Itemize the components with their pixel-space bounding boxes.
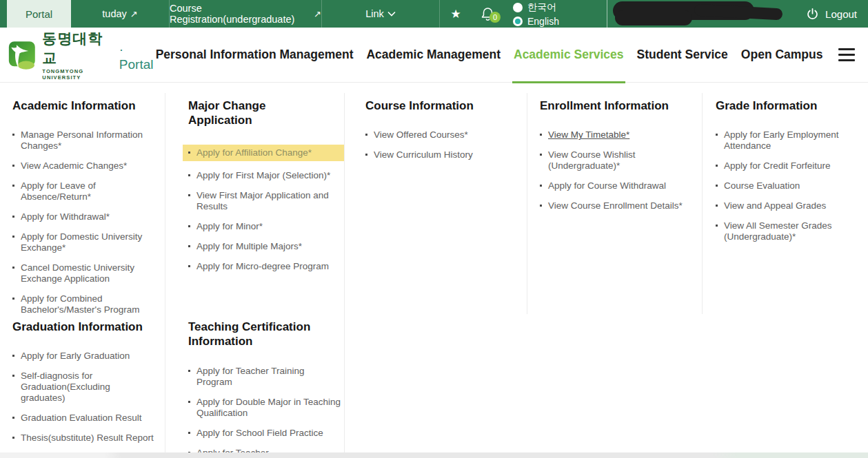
link-dropdown-label: Link (365, 8, 384, 19)
menu-item-apply-for-multiple-majors[interactable]: Apply for Multiple Majors* (188, 241, 344, 252)
bullet-icon (12, 165, 14, 167)
bullet-icon (12, 236, 14, 238)
notifications-bell-icon[interactable]: 0 (472, 0, 503, 28)
menu-item-course-evaluation[interactable]: Course Evaluation (716, 180, 868, 191)
menu-item-cancel-domestic-university-exchange-application[interactable]: Cancel Domestic University Exchange Appl… (12, 262, 165, 284)
menu-item-apply-for-leave-of-absence-return[interactable]: Apply for Leave of Absence/Return* (12, 180, 165, 202)
bullet-icon (188, 432, 190, 434)
menu-item-label: View Course Wishlist (Undergraduate)* (548, 149, 686, 171)
menu-item-view-offered-courses[interactable]: View Offered Courses* (365, 129, 527, 140)
menu-item-graduation-evaluation-result[interactable]: Graduation Evaluation Result (12, 413, 165, 424)
portal-suffix-label: · Portal (119, 42, 156, 81)
menu-item-apply-for-withdrawal[interactable]: Apply for Withdrawal* (12, 211, 165, 222)
bullet-icon (716, 134, 718, 136)
bullet-icon (12, 267, 14, 269)
logo-korean-name: 동명대학교 (42, 29, 113, 67)
language-option-english[interactable]: English (513, 16, 559, 27)
menu-item-apply-for-school-field-practice[interactable]: Apply for School Field Practice (188, 428, 344, 439)
mega-menu: Academic InformationManage Personal Info… (0, 83, 868, 458)
menu-item-label: Apply for First Major (Selection)* (196, 170, 330, 181)
menu-item-label: Apply for Domestic University Exchange* (21, 231, 155, 253)
bullet-icon (188, 194, 190, 196)
bullet-icon (365, 134, 367, 136)
menu-item-apply-for-early-graduation[interactable]: Apply for Early Graduation (12, 351, 165, 362)
menu-section-title: Academic Information (12, 98, 150, 113)
logout-label: Logout (825, 8, 857, 20)
favorites-star-icon[interactable]: ★ (440, 0, 472, 28)
menu-item-apply-for-affiliation-change[interactable]: Apply for Affiliation Change* (183, 145, 344, 161)
menu-item-apply-for-minor[interactable]: Apply for Minor* (188, 221, 344, 232)
language-english-label: English (527, 16, 559, 27)
nav-item-personal-information-management[interactable]: Personal Information Management (156, 28, 354, 83)
nav-item-student-service[interactable]: Student Service (637, 28, 728, 83)
menu-item-view-and-appeal-grades[interactable]: View and Appeal Grades (716, 200, 868, 211)
language-option-korean[interactable]: 한국어 (513, 1, 559, 14)
power-icon (806, 8, 819, 21)
bullet-icon (188, 152, 190, 154)
menu-item-label: Apply for Withdrawal* (21, 211, 110, 222)
logo-text: 동명대학교 TONGMYONG UNIVERSITY (42, 29, 113, 81)
menu-row: Graduation InformationApply for Early Gr… (0, 314, 868, 458)
nav-item-academic-services[interactable]: Academic Services (514, 28, 624, 83)
course-registration-link[interactable]: Course Registration(undergraduate) ↗ (170, 0, 321, 28)
radio-selected-icon (513, 17, 523, 26)
topbar-divider (607, 0, 607, 28)
menu-item-label: Course Evaluation (724, 180, 800, 191)
menu-item-label: Apply for Affiliation Change* (196, 147, 312, 158)
course-registration-label: Course Registration(undergraduate) (170, 3, 310, 25)
menu-item-apply-for-combined-bachelor-s-master-s-program[interactable]: Apply for Combined Bachelor's/Master's P… (12, 293, 165, 315)
main-nav: Personal Information ManagementAcademic … (156, 28, 823, 83)
menu-item-view-first-major-application-and-results[interactable]: View First Major Application and Results (188, 190, 344, 212)
menu-column-course-information: Course InformationView Offered Courses*V… (345, 93, 527, 314)
logout-button[interactable]: Logout (806, 0, 857, 28)
bullet-icon (716, 165, 718, 167)
menu-section-title: Major Change Application (188, 98, 326, 128)
menu-section-title: Teaching Certification Information (188, 320, 326, 349)
menu-section-title: Grade Information (716, 98, 868, 113)
bullet-icon (188, 401, 190, 403)
menu-item-label: Apply for Double Major in Teaching Quali… (196, 397, 341, 419)
menu-item-apply-for-first-major-selection[interactable]: Apply for First Major (Selection)* (188, 170, 344, 181)
menu-item-apply-for-teacher-training-program[interactable]: Apply for Teacher Training Program (188, 366, 344, 388)
menu-item-apply-for-course-withdrawal[interactable]: Apply for Course Withdrawal (540, 180, 702, 191)
menu-item-label: Apply for Minor* (196, 221, 263, 232)
menu-item-label: View and Appeal Grades (724, 200, 826, 211)
link-dropdown[interactable]: Link (322, 0, 439, 28)
menu-item-label: View My Timetable* (548, 129, 629, 140)
menu-column-academic-information: Academic InformationManage Personal Info… (0, 93, 165, 314)
page-bottom-strip (0, 452, 868, 458)
bullet-icon (12, 417, 14, 419)
menu-item-label: Apply for Multiple Majors* (196, 241, 302, 252)
menu-item-apply-for-double-major-in-teaching-qualification[interactable]: Apply for Double Major in Teaching Quali… (188, 397, 344, 419)
menu-item-view-my-timetable[interactable]: View My Timetable* (540, 129, 702, 140)
menu-item-apply-for-domestic-university-exchange[interactable]: Apply for Domestic University Exchange* (12, 231, 165, 253)
menu-item-apply-for-micro-degree-program[interactable]: Apply for Micro-degree Program (188, 261, 344, 272)
menu-item-view-all-semester-grades-undergraduate[interactable]: View All Semester Grades (Undergraduate)… (716, 220, 868, 242)
menu-item-apply-for-credit-forfeiture[interactable]: Apply for Credit Forfeiture (716, 160, 868, 171)
menu-item-thesis-substitute-result-report[interactable]: Thesis(substitute) Result Report (12, 433, 165, 444)
menu-item-view-course-wishlist-undergraduate[interactable]: View Course Wishlist (Undergraduate)* (540, 149, 702, 171)
star-glyph: ★ (450, 7, 461, 21)
bullet-icon (540, 205, 542, 207)
menu-item-manage-personal-information-changes[interactable]: Manage Personal Information Changes* (12, 129, 165, 152)
menu-section-title: Course Information (365, 98, 527, 113)
menu-column-major-change-application: Major Change ApplicationApply for Affili… (165, 93, 345, 314)
hamburger-menu-icon[interactable] (838, 28, 855, 83)
menu-item-label: Apply for Teacher Training Program (196, 366, 341, 388)
menu-item-view-course-enrollment-details[interactable]: View Course Enrollment Details* (540, 200, 702, 211)
menu-item-self-diagnosis-for-graduation-excluding-graduates[interactable]: Self-diagnosis for Graduation(Excluding … (12, 371, 165, 404)
external-link-icon: ↗ (314, 9, 321, 19)
bullet-icon (540, 185, 542, 187)
university-logo[interactable]: 동명대학교 TONGMYONG UNIVERSITY · Portal (8, 29, 156, 81)
menu-column-teaching-certification-information: Teaching Certification InformationApply … (165, 314, 345, 458)
tuday-link[interactable]: tuday ↗ (71, 0, 169, 28)
menu-item-view-academic-changes[interactable]: View Academic Changes* (12, 160, 165, 171)
menu-item-label: Apply for Early Graduation (21, 351, 130, 362)
nav-item-academic-management[interactable]: Academic Management (366, 28, 501, 83)
portal-tab[interactable]: Portal (7, 0, 71, 28)
bullet-icon (716, 225, 718, 227)
menu-item-view-curriculum-history[interactable]: View Curriculum History (365, 149, 527, 160)
nav-item-open-campus[interactable]: Open Campus (741, 28, 823, 83)
bullet-icon (188, 370, 190, 372)
menu-item-apply-for-early-employment-attendance[interactable]: Apply for Early Employment Attendance (716, 129, 868, 152)
